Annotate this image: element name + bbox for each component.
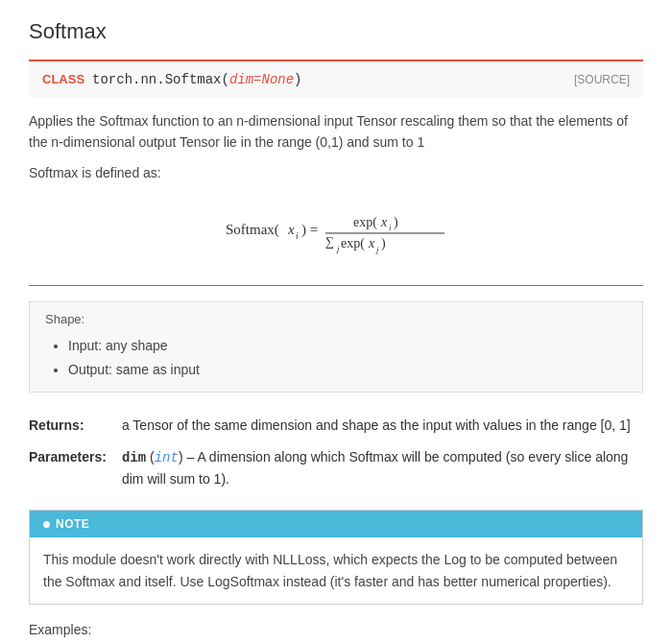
- source-link[interactable]: [SOURCE]: [574, 73, 630, 86]
- svg-text:x: x: [380, 215, 388, 229]
- list-item: Output: same as input: [68, 358, 627, 382]
- table-row: Parameters: dim (int) – A dimension alon…: [29, 441, 643, 495]
- params-table: Returns: a Tensor of the same dimension …: [29, 410, 643, 494]
- shape-list: Input: any shape Output: same as input: [45, 334, 627, 382]
- svg-text:) =: ) =: [301, 222, 318, 238]
- svg-text:Softmax(: Softmax(: [226, 222, 279, 238]
- class-signature: torch.nn.Softmax(dim=None): [92, 72, 301, 87]
- note-content: This module doesn't work directly with N…: [30, 537, 642, 604]
- returns-label: Returns:: [29, 410, 122, 441]
- svg-text:x: x: [368, 236, 375, 250]
- examples-label: Examples:: [29, 622, 643, 637]
- svg-text:exp(: exp(: [341, 236, 365, 251]
- svg-text:exp(: exp(: [353, 215, 377, 230]
- formula: Softmax( x i ) = exp( x i ) ∑ j exp( x j…: [29, 198, 643, 268]
- class-header: CLASStorch.nn.Softmax(dim=None) [SOURCE]: [29, 60, 643, 97]
- svg-text:j: j: [336, 244, 340, 253]
- svg-text:j: j: [375, 245, 379, 254]
- page-title: Softmax: [29, 19, 643, 44]
- svg-text:): ): [381, 236, 386, 251]
- note-dot-icon: [43, 521, 50, 528]
- defined-as-label: Softmax is defined as:: [29, 165, 643, 180]
- parameters-text: dim (int) – A dimension along which Soft…: [122, 441, 643, 495]
- param-type: int: [155, 450, 179, 465]
- class-signature-area: CLASStorch.nn.Softmax(dim=None): [42, 71, 302, 87]
- returns-text: a Tensor of the same dimension and shape…: [122, 410, 643, 441]
- svg-text:i: i: [296, 230, 299, 241]
- note-header: NOTE: [30, 511, 642, 537]
- param-desc: – A dimension along which Softmax will b…: [122, 449, 628, 487]
- parameters-label: Parameters:: [29, 441, 122, 495]
- svg-text:x: x: [287, 222, 295, 237]
- shape-title: Shape:: [45, 312, 627, 326]
- shape-box: Shape: Input: any shape Output: same as …: [29, 301, 643, 393]
- divider: [29, 285, 643, 286]
- list-item: Input: any shape: [68, 334, 627, 358]
- class-description: Applies the Softmax function to an n-dim…: [29, 110, 643, 154]
- note-box: NOTE This module doesn't work directly w…: [29, 510, 643, 605]
- param-name: dim: [122, 450, 146, 465]
- svg-text:): ): [394, 215, 398, 230]
- svg-text:∑: ∑: [325, 234, 334, 249]
- class-label: CLASS: [42, 72, 84, 86]
- note-label: NOTE: [56, 517, 89, 531]
- svg-text:i: i: [389, 223, 392, 232]
- table-row: Returns: a Tensor of the same dimension …: [29, 410, 643, 441]
